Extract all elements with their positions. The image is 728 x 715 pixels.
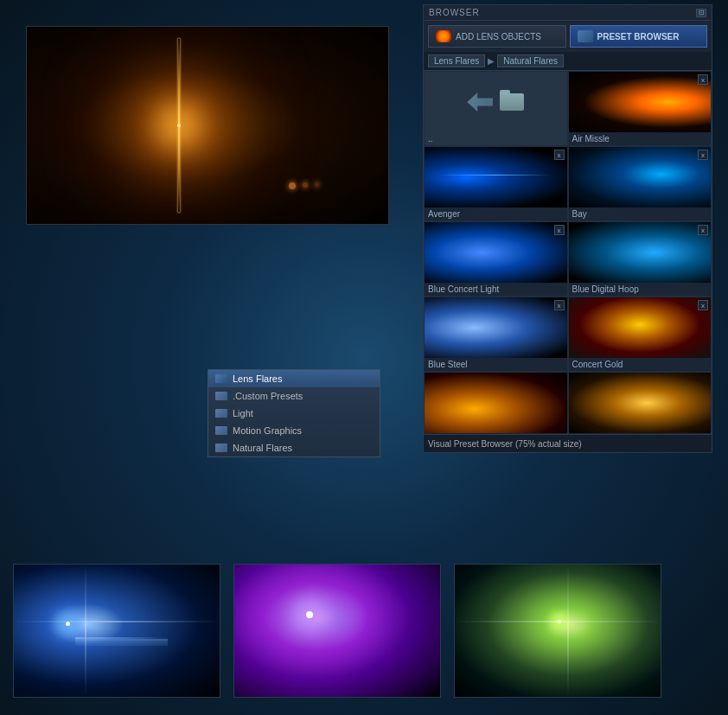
- grid-item-blue-concert-close[interactable]: x: [554, 225, 565, 235]
- grid-item-blue-concert-thumb: [425, 222, 567, 283]
- bottom-thumb-1-canvas: [14, 565, 220, 697]
- nav-natural-flares-icon: [215, 444, 227, 452]
- nav-item-motion-graphics[interactable]: Motion Graphics: [208, 422, 380, 439]
- preview-flare-dots: [289, 182, 319, 189]
- folder-icon: [500, 93, 524, 111]
- nav-item-lens-flares[interactable]: Lens Flares: [208, 370, 380, 387]
- grid-item-avenger-close[interactable]: x: [554, 150, 565, 160]
- preset-browser-label: PRESET BROWSER: [597, 32, 680, 41]
- nav-natural-flares-label: Natural Flares: [233, 443, 292, 453]
- bottom-thumb-2[interactable]: [233, 564, 441, 698]
- bottom-thumb-2-canvas: [234, 565, 440, 697]
- grid-item-back-label: ..: [425, 132, 567, 145]
- preset-browser-button[interactable]: PRESET BROWSER: [570, 25, 708, 48]
- nav-light-icon: [215, 409, 227, 418]
- grid-item-avenger[interactable]: x Avenger: [424, 146, 568, 221]
- browser-title: BROWSER: [429, 8, 480, 17]
- nav-custom-presets-icon: [215, 392, 227, 400]
- grid-item-air-missile-thumb: [569, 72, 712, 132]
- grid-item-partial2-label: [569, 433, 712, 434]
- flare-dot-1: [289, 182, 296, 189]
- grid-item-bay[interactable]: x Bay: [568, 146, 712, 221]
- grid-item-blue-concert-label: Blue Concert Light: [425, 283, 567, 296]
- nav-item-natural-flares[interactable]: Natural Flares: [208, 439, 380, 456]
- grid-item-blue-steel-thumb: [425, 297, 567, 358]
- add-lens-label: ADD LENS OBJECTS: [456, 32, 541, 41]
- grid-item-blue-steel[interactable]: x Blue Steel: [424, 297, 568, 372]
- grid-item-concert-gold[interactable]: x Concert Gold: [568, 297, 712, 372]
- grid-item-blue-steel-close[interactable]: x: [554, 300, 565, 310]
- grid-item-blue-digital-label: Blue Digital Hoop: [569, 283, 712, 296]
- grid-item-air-missile[interactable]: x Air Missle: [568, 71, 712, 146]
- preset-browser-icon: [578, 30, 593, 42]
- grid-item-back-thumb: [425, 72, 567, 132]
- grid-item-back[interactable]: ..: [424, 71, 568, 146]
- grid-item-concert-gold-close[interactable]: x: [698, 300, 708, 310]
- breadcrumb-natural-flares[interactable]: Natural Flares: [497, 54, 564, 67]
- browser-breadcrumb: Lens Flares ▶ Natural Flares: [424, 52, 712, 71]
- browser-window-controls: ⊡: [696, 9, 706, 17]
- nav-dropdown: Lens Flares .Custom Presets Light Motion…: [208, 369, 380, 457]
- grid-item-partial1-label: [425, 433, 567, 434]
- bottom-thumb-1-ray-h: [14, 621, 220, 622]
- grid-item-air-missile-close[interactable]: x: [698, 74, 708, 85]
- grid-item-avenger-label: Avenger: [425, 207, 567, 220]
- grid-item-blue-concert[interactable]: x Blue Concert Light: [424, 221, 568, 297]
- grid-item-blue-steel-label: Blue Steel: [425, 358, 567, 371]
- nav-lens-flares-label: Lens Flares: [233, 373, 282, 384]
- breadcrumb-separator: ▶: [488, 56, 495, 66]
- nav-item-light[interactable]: Light: [208, 405, 380, 422]
- nav-light-label: Light: [233, 408, 253, 418]
- add-lens-button[interactable]: ADD LENS OBJECTS: [428, 25, 566, 48]
- grid-item-air-missile-label: Air Missle: [569, 132, 712, 145]
- main-preview: [26, 26, 389, 225]
- nav-lens-flares-icon: [215, 374, 227, 383]
- bottom-thumb-1[interactable]: [13, 564, 220, 698]
- grid-item-blue-digital[interactable]: x Blue Digital Hoop: [568, 221, 712, 297]
- bottom-thumb-3-ray-v: [567, 565, 568, 697]
- grid-item-bay-close[interactable]: x: [698, 150, 708, 160]
- bottom-thumb-3-canvas: [455, 565, 661, 697]
- grid-item-concert-gold-label: Concert Gold: [569, 358, 712, 371]
- grid-item-blue-digital-thumb: [569, 222, 712, 283]
- grid-item-partial1[interactable]: [424, 372, 568, 434]
- back-arrow-icon: [467, 93, 493, 112]
- browser-footer: Visual Preset Browser (75% actual size): [424, 434, 712, 452]
- browser-restore-button[interactable]: ⊡: [696, 9, 706, 17]
- bottom-thumb-1-ray-v: [86, 565, 86, 697]
- grid-item-bay-thumb: [569, 147, 712, 207]
- grid-item-blue-digital-close[interactable]: x: [698, 225, 708, 235]
- browser-grid: .. x Air Missle x Avenger x Bay: [424, 71, 712, 434]
- nav-motion-graphics-label: Motion Graphics: [233, 425, 302, 436]
- grid-item-avenger-thumb: [425, 147, 567, 207]
- nav-motion-graphics-icon: [215, 426, 227, 435]
- browser-footer-text: Visual Preset Browser (75% actual size): [428, 439, 582, 449]
- grid-item-partial2[interactable]: [568, 372, 712, 434]
- nav-custom-presets-label: .Custom Presets: [233, 391, 303, 401]
- breadcrumb-lens-flares[interactable]: Lens Flares: [428, 54, 485, 67]
- browser-grid-wrapper: .. x Air Missle x Avenger x Bay: [424, 71, 712, 434]
- grid-item-partial2-thumb: [569, 373, 712, 433]
- bottom-thumb-3[interactable]: [454, 564, 661, 698]
- bottom-thumbnails: [13, 564, 661, 698]
- grid-item-concert-gold-thumb: [569, 297, 712, 358]
- grid-item-bay-label: Bay: [569, 207, 712, 220]
- browser-titlebar: BROWSER ⊡: [424, 5, 712, 21]
- browser-panel: BROWSER ⊡ ADD LENS OBJECTS PRESET BROWSE…: [423, 4, 712, 453]
- flare-dot-3: [315, 182, 319, 187]
- browser-toolbar: ADD LENS OBJECTS PRESET BROWSER: [424, 21, 712, 52]
- flare-dot-2: [303, 182, 308, 188]
- nav-item-custom-presets[interactable]: .Custom Presets: [208, 387, 380, 405]
- main-preview-canvas: [27, 27, 388, 224]
- bottom-thumb-3-ray-h: [455, 621, 661, 622]
- grid-item-partial1-thumb: [425, 373, 567, 433]
- add-lens-icon: [436, 30, 451, 42]
